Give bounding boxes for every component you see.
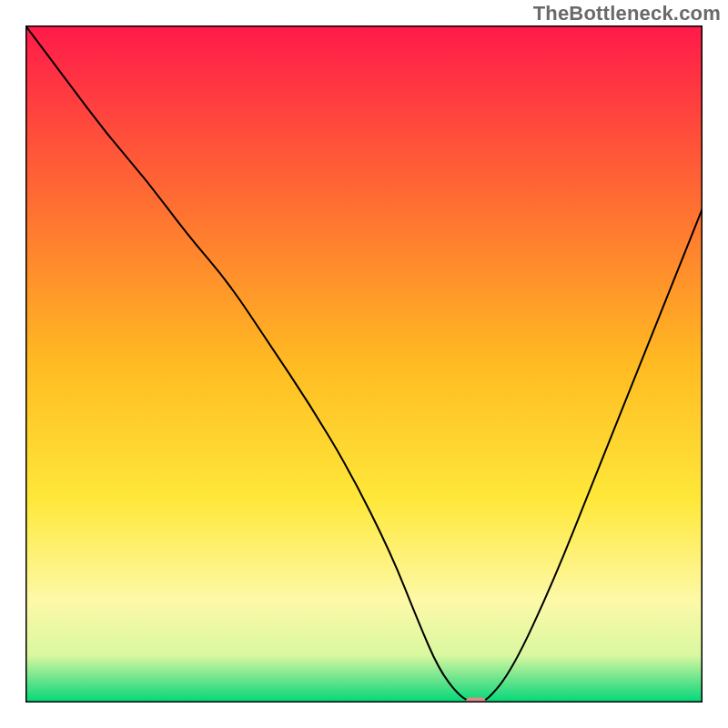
site-watermark: TheBottleneck.com [533, 2, 721, 25]
chart-svg [25, 25, 703, 703]
chart-background [25, 25, 703, 703]
bottleneck-chart [25, 25, 703, 703]
